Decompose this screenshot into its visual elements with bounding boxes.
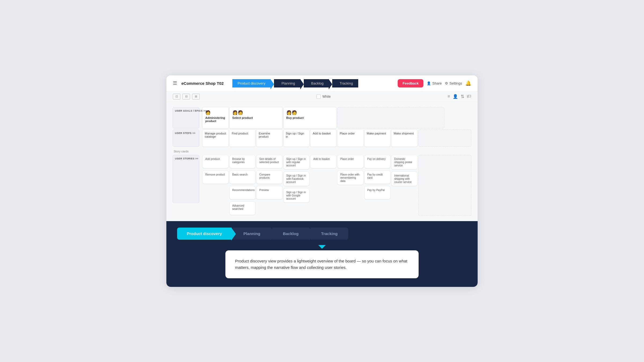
stories-col-find: Browse by categories Basic search Recomm… <box>229 155 256 216</box>
feedback-button[interactable]: Feedback <box>398 79 423 87</box>
epic-select-text: Select product <box>232 116 280 119</box>
story-pay-card[interactable]: Pay by credit card <box>364 170 391 184</box>
toolbar: ⊡ ⊟ ⊞ White ≡ 👤 ⇅ 🏷 <box>166 92 478 102</box>
story-recommendations[interactable]: Recommendations <box>229 186 256 199</box>
epic-card-buy[interactable]: 👩🧑 Buy product <box>283 107 336 129</box>
step-shipment[interactable]: Make shipment <box>391 129 418 147</box>
story-see-details[interactable]: See details of selected product <box>256 155 283 168</box>
stories-col-signup: Sign up / Sign in with regular account S… <box>283 155 310 204</box>
steps-row: USER STEPS >> Manage product cataloge Fi… <box>173 129 471 147</box>
notification-icon[interactable]: 🔔 <box>465 80 471 86</box>
expand-icon[interactable]: ⊡ <box>173 94 180 100</box>
arrow-indicator <box>318 245 326 249</box>
step-empty <box>418 129 471 147</box>
share-icon: 👤 <box>427 81 431 85</box>
story-signup-google[interactable]: Sign up / Sign in with Google account <box>283 188 310 203</box>
tab-tracking[interactable]: Tracking <box>332 79 358 87</box>
header-actions: Feedback 👤 Share ⚙ Settings 🔔 <box>398 79 471 87</box>
bottom-description: Product discovery view provides a lightw… <box>225 250 419 278</box>
stories-empty <box>418 155 471 216</box>
settings-button[interactable]: ⚙ Settings <box>445 81 462 85</box>
story-add-basket[interactable]: Add to basket <box>310 155 336 168</box>
stories-col-order: Place order Place order with remembering… <box>337 155 364 186</box>
step-basket[interactable]: Add to basket <box>310 129 336 147</box>
admin-avatar: 🧑 <box>205 110 211 115</box>
epic-empty <box>337 107 444 129</box>
sort-icon[interactable]: ⇅ <box>461 94 464 99</box>
tab-planning[interactable]: Planning <box>274 79 301 87</box>
stories-col-shipment: Domestic shipping postal service Interna… <box>391 155 418 187</box>
header-nav-tabs: Product discovery Planning Backlog Track… <box>232 79 394 87</box>
tag-icon[interactable]: 🏷 <box>467 94 471 99</box>
bottom-tabs: Product discovery Planning Backlog Track… <box>177 228 348 240</box>
bottom-content: Product discovery view provides a lightw… <box>177 245 467 278</box>
step-payment[interactable]: Make payment <box>364 129 391 147</box>
bottom-nav: Product discovery Planning Backlog Track… <box>177 228 467 240</box>
stories-col-basket: Add to basket <box>310 155 336 169</box>
story-intl-shipping[interactable]: International shipping with courier serv… <box>391 171 418 186</box>
buy-avatar: 👩🧑 <box>286 110 297 115</box>
stories-col-admin: Add product Remove product <box>202 155 229 185</box>
step-manage[interactable]: Manage product cataloge <box>202 129 229 147</box>
bottom-tab-planning[interactable]: Planning <box>233 228 271 240</box>
toolbar-right-icons: ≡ 👤 ⇅ 🏷 <box>448 94 471 99</box>
color-swatch <box>316 94 321 99</box>
app-title: eCommerce Shop T02 <box>181 81 224 86</box>
story-basic-search[interactable]: Basic search <box>229 170 256 184</box>
story-label-row: Story cards <box>173 148 471 154</box>
story-compare[interactable]: Compare products <box>256 170 283 184</box>
menu-icon[interactable]: ☰ <box>173 80 177 86</box>
story-pay-paypal[interactable]: Pay by PayPal <box>364 186 391 199</box>
white-label: White <box>316 94 331 99</box>
epics-row-label: USER GOALS / EPICS >> <box>173 107 199 129</box>
story-browse[interactable]: Browse by categories <box>229 155 256 168</box>
story-preview[interactable]: Preview <box>256 186 283 199</box>
epic-card-select[interactable]: 👩🧑 Select product <box>229 107 283 129</box>
story-signup-facebook[interactable]: Sign up / Sign in with Facebook account <box>283 171 310 186</box>
tab-product-discovery[interactable]: Product discovery <box>232 79 271 87</box>
select-avatar: 👩🧑 <box>232 110 243 115</box>
bottom-tab-backlog[interactable]: Backlog <box>272 228 309 240</box>
story-signup-regular[interactable]: Sign up / Sign in with regular account <box>283 155 310 169</box>
story-domestic-shipping[interactable]: Domestic shipping postal service <box>391 155 418 169</box>
story-remove-product[interactable]: Remove product <box>202 170 229 184</box>
story-cards-label: Story cards <box>173 150 189 153</box>
steps-row-label: USER STEPS >> <box>173 129 199 147</box>
story-pay-delivery[interactable]: Pay on delivery <box>364 155 391 168</box>
stories-col-payment: Pay on delivery Pay by credit card Pay b… <box>364 155 391 200</box>
share-button[interactable]: 👤 Share <box>427 81 442 85</box>
app-container: ☰ eCommerce Shop T02 Product discovery P… <box>166 75 478 287</box>
epic-card-admin[interactable]: 🧑 Administering product <box>202 107 229 129</box>
user-filter-icon[interactable]: 👤 <box>453 94 458 99</box>
board-area: USER GOALS / EPICS >> 🧑 Administering pr… <box>166 102 478 221</box>
bottom-panel: Product discovery Planning Backlog Track… <box>166 221 478 287</box>
epic-admin-text: Administering product <box>205 116 226 123</box>
epic-buy-text: Buy product <box>286 116 334 119</box>
stories-row-label: USER STORIES >> <box>173 155 199 203</box>
step-examine[interactable]: Examine product <box>256 129 283 147</box>
filter-icon[interactable]: ≡ <box>448 94 450 99</box>
tab-backlog[interactable]: Backlog <box>304 79 329 87</box>
epics-row: USER GOALS / EPICS >> 🧑 Administering pr… <box>173 107 471 129</box>
step-signup[interactable]: Sign up / Sign in <box>283 129 310 147</box>
collapse-icon[interactable]: ⊟ <box>182 94 190 100</box>
story-place-order[interactable]: Place order <box>337 155 364 168</box>
gear-icon: ⚙ <box>445 81 448 85</box>
step-place-order[interactable]: Place order <box>337 129 364 147</box>
header: ☰ eCommerce Shop T02 Product discovery P… <box>166 75 478 92</box>
stories-col-examine: See details of selected product Compare … <box>256 155 283 200</box>
grid-icon[interactable]: ⊞ <box>192 94 200 100</box>
bottom-tab-discovery[interactable]: Product discovery <box>177 228 232 240</box>
story-add-product[interactable]: Add product <box>202 155 229 168</box>
step-find[interactable]: Find product <box>229 129 256 147</box>
story-place-order-remember[interactable]: Place order with remembering data <box>337 170 364 185</box>
story-advanced-search[interactable]: Advanced searched <box>229 202 256 215</box>
bottom-tab-tracking[interactable]: Tracking <box>310 228 349 240</box>
stories-row: USER STORIES >> Add product Remove produ… <box>173 155 471 216</box>
